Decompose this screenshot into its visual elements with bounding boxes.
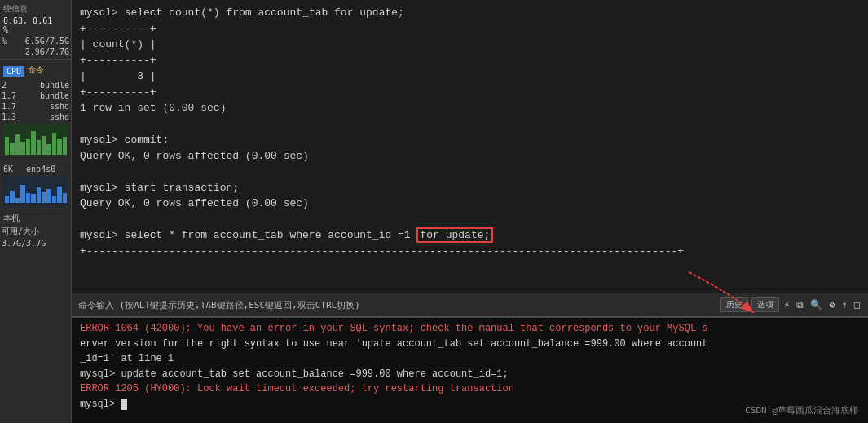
error-line-2: erver version for the right syntax to us… — [80, 337, 860, 352]
search-icon[interactable]: 🔍 — [809, 299, 824, 311]
cmd-input-bar: 命令输入 (按ALT键提示历史,TAB键路径,ESC键返回,双击CTRL切换) … — [72, 293, 868, 317]
avail-value-row: 3.7G/3.7G — [0, 238, 71, 249]
line-10: Query OK, 0 rows affected (0.00 sec) — [80, 148, 860, 165]
line-1: mysql> select count(*) from account_tab … — [80, 5, 860, 21]
line-15: mysql> select * from account_tab where a… — [80, 227, 860, 244]
cmd-input-label: 命令输入 (按ALT键提示历史,TAB键路径,ESC键返回,双击CTRL切换) — [78, 299, 720, 311]
divider2 — [0, 161, 71, 161]
sidebar-title: 统信息 — [3, 2, 68, 16]
line-9: mysql> commit; — [80, 132, 860, 148]
window-icon[interactable]: □ — [853, 299, 861, 311]
sidebar-stats: 统信息 0.63, 0.61 % — [0, 0, 71, 36]
load-percent: % — [3, 25, 68, 34]
avail-row: 可用/大小 — [0, 225, 71, 238]
avail-value: 3.7G/3.7G — [2, 239, 46, 248]
line-5: | 3 | — [80, 68, 860, 85]
line-11 — [80, 164, 860, 180]
gear-icon[interactable]: ⚙ — [827, 299, 836, 311]
cpu-cmd-row: CPU 命令 — [0, 63, 71, 80]
highlight-for-update: for update; — [416, 227, 493, 243]
proc4-cpu: 1.3 — [2, 112, 16, 121]
arrow-up-icon[interactable]: ↑ — [840, 299, 849, 311]
line-4: +----------+ — [80, 53, 860, 69]
line-16: +---------------------------------------… — [80, 244, 860, 260]
options-button[interactable]: 选项 — [751, 297, 779, 312]
proc3-cpu: 1.7 — [2, 102, 16, 111]
proc4-name: sshd — [50, 112, 69, 121]
process-row-2: 1.7 bundle — [0, 90, 71, 101]
proc2-name: bundle — [40, 91, 69, 100]
cmd-input-buttons: 历史 选项 ⚡ ⧉ 🔍 ⚙ ↑ □ — [720, 297, 861, 312]
mem2-value: 2.9G/7.7G — [25, 47, 69, 56]
error-line-1: ERROR 1064 (42000): You have an error in… — [80, 321, 860, 337]
proc1-cpu: 2 — [2, 81, 7, 90]
process-row-1: 2 bundle — [0, 80, 71, 90]
terminal-area: mysql> select count(*) from account_tab … — [72, 0, 868, 423]
mem1-row: % 6.5G/7.5G — [0, 36, 71, 46]
copy-icon[interactable]: ⧉ — [795, 299, 805, 311]
line-12: mysql> start transaction; — [80, 180, 860, 196]
line-14 — [80, 212, 860, 228]
mem1-label: % — [2, 37, 7, 46]
mem2-row: 2.9G/7.7G — [0, 46, 71, 57]
history-button[interactable]: 历史 — [720, 297, 748, 312]
line-13: Query OK, 0 rows affected (0.00 sec) — [80, 196, 860, 212]
load-value: 0.63, 0.61 — [3, 16, 68, 25]
proc3-name: sshd — [50, 102, 69, 111]
divider1 — [0, 59, 71, 60]
terminal-top[interactable]: mysql> select count(*) from account_tab … — [72, 0, 868, 293]
avail-label: 可用/大小 — [2, 226, 39, 237]
line-7: 1 row in set (0.00 sec) — [80, 100, 860, 117]
process-row-4: 1.3 sshd — [0, 112, 71, 122]
line-6: +----------+ — [80, 85, 860, 101]
process-row-3: 1.7 sshd — [0, 101, 71, 112]
mem1-value: 6.5G/7.5G — [25, 37, 69, 46]
line-2: +----------+ — [80, 21, 860, 37]
net-chart — [3, 176, 68, 205]
line-3: | count(*) | — [80, 37, 860, 53]
proc2-cpu: 1.7 — [2, 91, 16, 100]
divider3 — [0, 209, 71, 209]
disk-label: 本机 — [0, 212, 71, 225]
cpu-label: CPU — [3, 66, 24, 77]
prompt-line: mysql> — [80, 397, 860, 412]
error-line-4: ERROR 1205 (HY000): Lock wait timeout ex… — [80, 381, 860, 397]
net-label: 6K enp4s0 — [0, 164, 71, 174]
sidebar: 统信息 0.63, 0.61 % % 6.5G/7.5G 2.9G/7.7G C… — [0, 0, 72, 423]
proc1-name: bundle — [40, 81, 69, 90]
error-line-3: _id=1' at line 1 — [80, 351, 860, 367]
cmd-label: 命令 — [28, 64, 44, 78]
bolt-icon[interactable]: ⚡ — [782, 299, 791, 311]
update-line: mysql> update account_tab set account_ba… — [80, 367, 860, 382]
line-8 — [80, 117, 860, 133]
cpu-chart — [3, 124, 68, 156]
watermark: CSDN @草莓西瓜混合海底椰 — [745, 404, 858, 416]
